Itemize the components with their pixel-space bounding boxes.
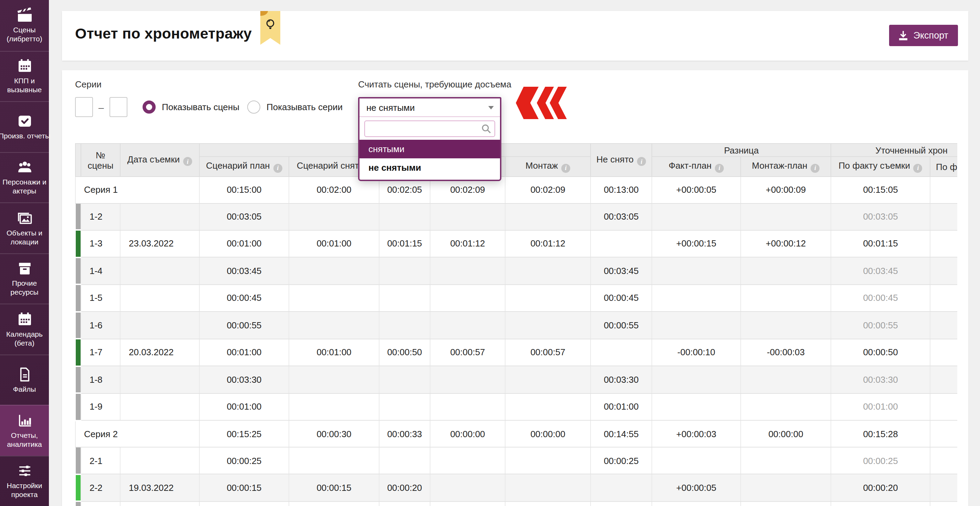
status-strip-cell (75, 474, 81, 501)
col-header-status-strip (75, 144, 81, 176)
script-plan-cell: 00:03:05 (199, 203, 289, 230)
header-label: По фа (936, 162, 957, 172)
clipped-cell (930, 284, 957, 311)
dropdown-option[interactable]: не снятыми (360, 159, 500, 177)
by-fact-timing-cell: 00:00:15 (831, 501, 930, 506)
export-button[interactable]: Экспорт (889, 25, 958, 46)
script-shot-cell (289, 257, 379, 284)
sidebar-item-label: Отчеты,аналитика (7, 431, 42, 449)
fact-plan-diff-cell: +00:00:05 (652, 474, 741, 501)
image-icon (16, 209, 33, 226)
sidebar-item[interactable]: КПП ивызывные (0, 51, 49, 101)
series-row: Серия 100:15:0000:02:0000:02:0500:02:090… (75, 176, 957, 203)
info-icon[interactable]: i (811, 164, 820, 173)
col-header-scene_num: № сцены (81, 144, 120, 176)
status-strip-cell (75, 257, 81, 284)
header-label: Сценарий план (206, 161, 270, 171)
sidebar-item[interactable]: Настройкипроекта (0, 455, 49, 506)
sidebar-item-label: Сцены(либретто) (6, 25, 42, 44)
col-header-not_shot: Не снятоi (590, 144, 652, 176)
script-shot-cell (289, 447, 379, 474)
fact-plan-diff-cell: +00:00:15 (652, 230, 741, 257)
montage-cell (505, 284, 590, 311)
scene-number-cell: 1-6 (81, 311, 120, 339)
timing-cell: 00:01:12 (430, 230, 505, 257)
header-label: Факт-план (669, 161, 712, 171)
timing-cell (379, 366, 430, 393)
report-card: Серии – Показывать сцены Показывать сери… (62, 70, 968, 506)
sidebar-item[interactable]: Персонажи иактеры (0, 152, 49, 202)
dropdown-search-input[interactable] (364, 121, 495, 137)
montage-cell: 00:00:57 (505, 339, 590, 366)
fact-plan-diff-cell (652, 203, 741, 230)
sidebar-item[interactable]: Сцены(либретто) (0, 0, 49, 51)
header-label: Не снято (597, 154, 633, 165)
series-row: Серия 200:15:2500:00:3000:00:3300:00:000… (75, 420, 957, 447)
montage-cell (505, 311, 590, 339)
series-range: – (75, 97, 127, 117)
montage-plan-diff-cell: +00:00:12 (741, 230, 831, 257)
montage-plan-diff-cell (741, 366, 831, 393)
script-shot-cell (289, 366, 379, 393)
scene-number-cell: 1-2 (81, 203, 120, 230)
radio-selected-icon[interactable] (143, 100, 156, 114)
script-plan-cell: 00:00:55 (199, 311, 289, 339)
sidebar-item[interactable]: Прочиересурсы (0, 253, 49, 304)
status-strip-cell (75, 284, 81, 311)
info-icon[interactable]: i (715, 164, 724, 173)
fact-plan-diff-cell: -00:00:10 (652, 339, 741, 366)
not-shot-cell (590, 474, 652, 501)
scene-row: 1-600:00:5500:00:5500:00:55 (75, 311, 957, 339)
timing-cell (430, 284, 505, 311)
not-shot-cell: 00:00:55 (590, 311, 652, 339)
info-icon[interactable]: i (183, 157, 192, 166)
series-from-input[interactable] (75, 97, 93, 117)
script-shot-cell: 00:00:15 (289, 474, 379, 501)
dropdown-selected-value[interactable]: не снятыми (360, 98, 500, 117)
sidebar-item[interactable]: Объекты илокации (0, 202, 49, 253)
not-shot-cell (590, 230, 652, 257)
montage-cell (505, 447, 590, 474)
show-series-radio[interactable]: Показывать серии (247, 100, 343, 114)
info-icon[interactable]: i (274, 164, 282, 173)
timing-cell: 00:01:15 (379, 230, 430, 257)
reshoot-dropdown-label: Считать сцены, требующие досъема (358, 79, 511, 89)
sidebar-item-label: Файлы (13, 384, 36, 393)
status-strip-cell (75, 447, 81, 474)
info-icon[interactable]: i (913, 164, 923, 173)
scene-number-cell: 2-2 (81, 474, 120, 501)
sidebar-item[interactable]: Календарь(бета) (0, 304, 49, 354)
montage-plan-diff-cell: 00:00:00 (741, 420, 831, 447)
scene-number-cell: 2-1 (81, 447, 120, 474)
info-icon[interactable]: i (561, 164, 570, 173)
dropdown-option[interactable]: снятыми (360, 140, 500, 159)
header-label: Монтаж (525, 161, 558, 171)
dropdown-options: снятымине снятыми (360, 140, 500, 177)
scene-number-cell: 2-3 (81, 501, 120, 506)
shoot-date-cell (120, 257, 199, 284)
fact-plan-diff-cell (652, 284, 741, 311)
series-to-input[interactable] (110, 97, 127, 117)
help-bookmark[interactable] (260, 11, 280, 45)
scene-number-cell: 1-4 (81, 257, 120, 284)
sidebar-item[interactable]: Отчеты,аналитика (0, 405, 49, 455)
timing-cell (379, 203, 430, 230)
range-dash: – (99, 102, 104, 113)
info-icon[interactable]: i (637, 157, 646, 166)
script-plan-cell: 00:00:15 (199, 501, 289, 506)
show-scenes-radio[interactable]: Показывать сцены (143, 100, 239, 114)
timing-cell (430, 474, 505, 501)
shoot-date-cell: 23.03.2022 (120, 230, 199, 257)
col-header-by-fact-montage-cut: По фа (930, 157, 957, 176)
show-series-label: Показывать серии (267, 102, 343, 112)
sidebar-item[interactable]: Файлы (0, 354, 49, 405)
sidebar-item-label: Персонажи иактеры (2, 178, 46, 196)
radio-unselected-icon[interactable] (247, 100, 260, 114)
sidebar-item[interactable]: Произв. отчеты (0, 101, 49, 152)
not-shot-cell: 00:03:45 (590, 257, 652, 284)
by-fact-timing-cell: 00:03:45 (831, 257, 930, 284)
shoot-date-cell (120, 311, 199, 339)
montage-plan-diff-cell (741, 501, 831, 506)
by-fact-timing-cell: 00:01:15 (831, 230, 930, 257)
timing-cell (430, 393, 505, 420)
